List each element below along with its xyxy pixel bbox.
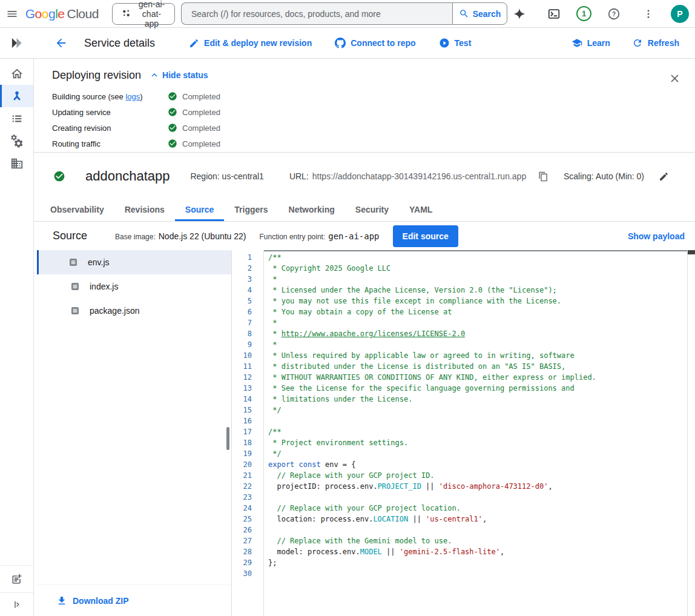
close-status-button[interactable] <box>662 66 687 90</box>
tab-triggers[interactable]: Triggers <box>224 200 278 221</box>
left-sidebar <box>0 59 34 616</box>
back-arrow-icon <box>54 36 68 50</box>
services-icon <box>10 90 24 103</box>
cloud-shell-button[interactable] <box>542 2 566 26</box>
line-number: 20 <box>232 459 252 470</box>
service-name: addonchatapp <box>85 168 170 184</box>
status-value: Completed <box>168 123 220 133</box>
code-line: }; <box>268 557 684 568</box>
terminal-icon <box>547 7 561 21</box>
code-line: * distributed under the License is distr… <box>268 361 684 372</box>
code-line: * Copyright 2025 Google LLC <box>268 263 684 274</box>
status-label: Routing traffic <box>52 139 168 148</box>
sidebar-collapse-toggle[interactable] <box>0 593 33 616</box>
download-zip-button[interactable]: Download ZIP <box>37 585 231 616</box>
edit-source-button[interactable]: Edit source <box>393 225 458 247</box>
hide-status-button[interactable]: Hide status <box>149 70 208 81</box>
service-url: https://addonchatapp-301439142196.us-cen… <box>312 171 526 181</box>
code-line: * <box>268 274 684 285</box>
service-status-check-icon <box>53 170 65 182</box>
code-editor[interactable]: 1234567891011121314151617181920212223242… <box>232 250 695 616</box>
tab-source[interactable]: Source <box>175 200 224 221</box>
line-number: 15 <box>232 405 252 416</box>
project-icon <box>121 8 131 19</box>
connect-to-repo-button[interactable]: Connect to repo <box>335 38 415 48</box>
sidebar-item-settings[interactable] <box>0 130 33 152</box>
code-content: /** * Copyright 2025 Google LLC * * Lice… <box>264 250 695 616</box>
building-icon <box>10 157 24 170</box>
search-input[interactable] <box>181 2 452 25</box>
code-line: // Replace with your GCP project locatio… <box>268 503 684 514</box>
edit-icon <box>189 38 199 48</box>
line-number: 8 <box>232 328 252 339</box>
account-avatar[interactable]: P <box>671 5 689 23</box>
tab-revisions[interactable]: Revisions <box>114 200 175 221</box>
code-line: */ <box>268 448 684 459</box>
line-number: 3 <box>232 274 252 285</box>
service-region: Region: us-central1 <box>190 171 263 181</box>
service-header: addonchatapp Region: us-central1 URL: ht… <box>34 153 695 200</box>
service-toolbar: Service details Edit & deploy new revisi… <box>0 28 695 59</box>
check-circle-icon <box>168 139 177 148</box>
back-button[interactable] <box>49 31 73 55</box>
line-number: 24 <box>232 503 252 514</box>
line-number: 19 <box>232 448 252 459</box>
gemini-button[interactable] <box>507 2 532 26</box>
code-line: /** <box>268 252 684 263</box>
status-row-creating-revision: Creating revision Completed <box>52 120 680 136</box>
code-line: * Unless required by applicable law or a… <box>268 350 684 361</box>
sidebar-item-services[interactable] <box>0 85 33 107</box>
file-icon <box>70 282 80 291</box>
learn-button[interactable]: Learn <box>571 38 610 48</box>
more-options-button[interactable] <box>636 2 660 26</box>
file-item-package-json[interactable]: package.json <box>37 299 231 323</box>
check-circle-icon <box>168 91 177 101</box>
status-row-building-source: Building source (see logs) Completed <box>52 88 680 104</box>
code-line: * http://www.apache.org/licenses/LICENSE… <box>268 328 684 339</box>
copy-url-button[interactable] <box>535 168 552 185</box>
code-line: projectID: process.env.PROJECT_ID || 'di… <box>268 481 684 492</box>
edit-deploy-revision-button[interactable]: Edit & deploy new revision <box>189 38 312 48</box>
line-number: 23 <box>232 492 252 503</box>
toolbar-right: Learn Refresh <box>571 38 695 48</box>
line-number: 30 <box>232 568 252 579</box>
refresh-button[interactable]: Refresh <box>632 38 679 48</box>
test-button[interactable]: Test <box>439 38 472 48</box>
line-number: 6 <box>232 306 252 317</box>
service-url-label: URL: <box>289 171 309 181</box>
service-url-group: URL: https://addonchatapp-301439142196.u… <box>289 168 552 185</box>
search-button[interactable]: Search <box>452 2 507 25</box>
sidebar-item-list[interactable] <box>0 107 33 130</box>
tab-yaml[interactable]: YAML <box>399 200 443 221</box>
page-title: Service details <box>84 37 155 50</box>
list-icon <box>10 112 24 125</box>
file-item-index-js[interactable]: index.js <box>37 274 231 299</box>
editor-scrollbar-thumb[interactable] <box>688 250 695 254</box>
status-value: Completed <box>168 107 220 117</box>
chevron-up-icon <box>149 70 160 81</box>
project-selector[interactable]: gen-ai-chat-app <box>112 3 175 25</box>
edit-scaling-button[interactable] <box>655 168 672 185</box>
line-number: 2 <box>232 263 252 274</box>
sidebar-item-home[interactable] <box>0 62 33 85</box>
line-number: 21 <box>232 470 252 481</box>
sidebar-item-release-notes[interactable] <box>0 566 33 592</box>
gcp-console-page: GoogleCloud gen-ai-chat-app Search <box>0 0 695 616</box>
notifications-badge[interactable]: 1 <box>576 6 591 21</box>
function-entry-point: Function entry point: gen-ai-app <box>260 231 380 241</box>
code-line: location: process.env.LOCATION || 'us-ce… <box>268 514 684 525</box>
tab-observability[interactable]: Observability <box>40 200 114 221</box>
code-line <box>268 525 684 535</box>
help-button[interactable]: ? <box>602 2 626 26</box>
logs-link[interactable]: logs <box>125 92 140 101</box>
copy-icon <box>538 171 548 182</box>
tab-networking[interactable]: Networking <box>278 200 345 221</box>
show-payload-link[interactable]: Show payload <box>628 231 685 241</box>
file-panel-scrollbar-thumb[interactable] <box>226 427 229 450</box>
editor-scrollbar[interactable] <box>687 250 695 616</box>
svg-text:?: ? <box>612 10 616 17</box>
sidebar-item-organization[interactable] <box>0 152 33 174</box>
tab-security[interactable]: Security <box>345 200 399 221</box>
file-item-env-js[interactable]: env.js <box>37 250 231 274</box>
main-menu-button[interactable] <box>5 2 19 26</box>
